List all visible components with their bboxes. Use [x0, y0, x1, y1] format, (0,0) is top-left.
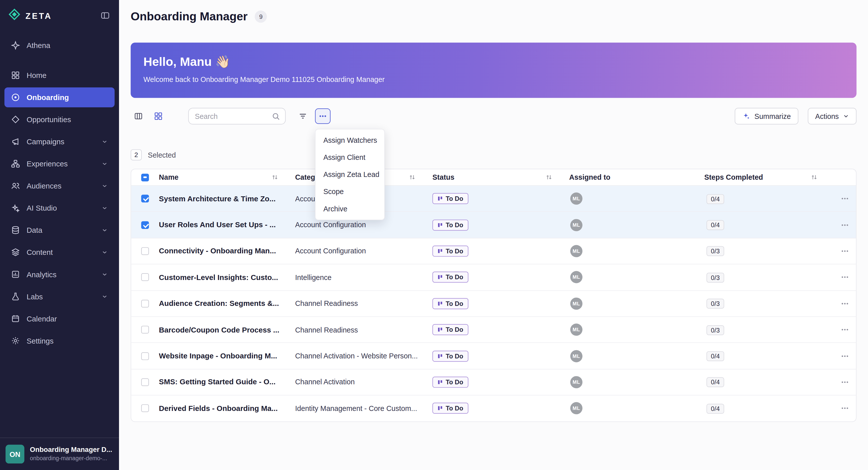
main-content: Onboarding Manager 9 Hello, Manu 👋🏻 Welc… — [119, 0, 868, 470]
sidebar-item-onboarding[interactable]: Onboarding — [4, 88, 115, 107]
sidebar-item-analytics[interactable]: Analytics — [4, 264, 115, 284]
sort-icon[interactable] — [811, 174, 818, 181]
sort-icon[interactable] — [271, 174, 279, 181]
home-icon — [11, 71, 20, 80]
sidebar-item-home[interactable]: Home — [4, 65, 115, 85]
table-row[interactable]: Website Inpage - Onboarding M... Channel… — [131, 343, 856, 369]
filter-button[interactable] — [295, 108, 311, 124]
row-checkbox[interactable] — [141, 352, 149, 360]
table-row[interactable]: Connectivity - Onboarding Man... Account… — [131, 238, 856, 264]
table-row[interactable]: Barcode/Coupon Code Process ... Channel … — [131, 317, 856, 343]
steps-completed-pill: 0/4 — [707, 377, 724, 388]
selected-count: 2 — [131, 149, 142, 160]
menu-item-scope[interactable]: Scope — [315, 183, 384, 200]
menu-item-assign-watchers[interactable]: Assign Watchers — [315, 132, 384, 149]
table-row[interactable]: Audience Creation: Segments &... Channel… — [131, 291, 856, 317]
sidebar: ZETA Athena Home Onboarding Opportunitie… — [0, 0, 119, 470]
kanban-icon — [437, 248, 443, 254]
row-checkbox[interactable] — [141, 378, 149, 386]
sidebar-item-calendar[interactable]: Calendar — [4, 309, 115, 329]
assignee-avatar: ML — [570, 193, 583, 205]
table-row[interactable]: SMS: Getting Started Guide - O... Channe… — [131, 369, 856, 395]
search-box — [188, 108, 285, 125]
sidebar-item-label: Athena — [27, 41, 50, 49]
sidebar-collapse-button[interactable] — [100, 10, 111, 21]
account-name: Onboarding Manager D... — [30, 446, 112, 455]
row-menu-button[interactable] — [834, 324, 856, 336]
sort-icon[interactable] — [546, 174, 553, 181]
sidebar-item-ai-studio[interactable]: AI Studio — [4, 198, 115, 218]
sidebar-nav: Home Onboarding Opportunities Campaigns … — [0, 64, 119, 351]
row-checkbox[interactable] — [141, 247, 149, 255]
logo-row: ZETA — [0, 0, 119, 31]
task-name: Customer-Level Insights: Custo... — [159, 273, 295, 281]
sidebar-item-data[interactable]: Data — [4, 220, 115, 240]
status-badge: To Do — [433, 403, 468, 414]
sidebar-item-athena[interactable]: Athena — [4, 35, 115, 55]
sidebar-item-label: Home — [27, 71, 46, 79]
row-checkbox[interactable] — [141, 273, 149, 281]
row-menu-button[interactable] — [834, 271, 856, 283]
row-checkbox[interactable] — [141, 300, 149, 307]
sitemap-icon — [11, 159, 20, 168]
steps-completed-pill: 0/3 — [707, 325, 724, 335]
row-menu-button[interactable] — [834, 297, 856, 309]
account-switcher[interactable]: ON Onboarding Manager D... onboarding-ma… — [0, 438, 119, 470]
table-row[interactable]: Customer-Level Insights: Custo... Intell… — [131, 264, 856, 291]
summarize-button[interactable]: Summarize — [735, 108, 799, 125]
sidebar-item-opportunities[interactable]: Opportunities — [4, 109, 115, 129]
sidebar-item-settings[interactable]: Settings — [4, 331, 115, 350]
card-view-button[interactable] — [151, 108, 166, 124]
bulk-actions-button[interactable] — [315, 108, 331, 124]
banner-message: Welcome back to Onboarding Manager Demo … — [144, 75, 844, 83]
assignee-avatar: ML — [570, 297, 583, 309]
table-row[interactable]: User Roles And User Set Ups - ... Accoun… — [131, 212, 856, 238]
sort-icon[interactable] — [409, 174, 416, 181]
steps-completed-pill: 0/4 — [707, 351, 724, 361]
task-category: Intelligence — [295, 273, 433, 281]
record-count-badge: 9 — [255, 10, 267, 23]
search-input[interactable] — [194, 111, 268, 121]
view-toggle — [131, 108, 166, 124]
sparkle-icon — [742, 112, 750, 120]
actions-button[interactable]: Actions — [808, 108, 857, 125]
assignee-avatar: ML — [570, 219, 583, 231]
row-menu-button[interactable] — [834, 245, 856, 257]
steps-completed-pill: 0/4 — [707, 220, 724, 230]
sidebar-item-experiences[interactable]: Experiences — [4, 154, 115, 174]
row-checkbox[interactable] — [141, 326, 149, 334]
summarize-label: Summarize — [754, 112, 791, 121]
sidebar-item-campaigns[interactable]: Campaigns — [4, 132, 115, 152]
kanban-icon — [437, 406, 443, 411]
menu-item-archive[interactable]: Archive — [315, 200, 384, 217]
table-row[interactable]: Derived Fields - Onboarding Ma... Identi… — [131, 396, 856, 421]
actions-label: Actions — [815, 112, 839, 121]
steps-completed-pill: 0/4 — [707, 194, 724, 204]
row-checkbox[interactable] — [141, 195, 149, 203]
diamond-icon — [11, 115, 20, 124]
zeta-logo-icon — [8, 8, 20, 23]
sidebar-item-labs[interactable]: Labs — [4, 287, 115, 306]
row-menu-button[interactable] — [834, 350, 856, 362]
sidebar-item-audiences[interactable]: Audiences — [4, 176, 115, 196]
row-checkbox[interactable] — [141, 221, 149, 229]
menu-item-assign-client[interactable]: Assign Client — [315, 149, 384, 166]
row-menu-button[interactable] — [834, 376, 856, 388]
banner-greeting: Hello, Manu 👋🏻 — [144, 55, 844, 69]
screen: ZETA Athena Home Onboarding Opportunitie… — [0, 0, 868, 470]
sidebar-item-label: Opportunities — [27, 115, 71, 124]
row-menu-button[interactable] — [834, 402, 856, 414]
sidebar-item-content[interactable]: Content — [4, 242, 115, 262]
gear-icon — [11, 336, 20, 345]
steps-completed-pill: 0/3 — [707, 246, 724, 256]
chevron-down-icon — [101, 227, 108, 233]
row-checkbox[interactable] — [141, 404, 149, 412]
table-header-row: Name Category Status Assigned to Steps C… — [131, 169, 856, 186]
menu-item-assign-zeta-lead[interactable]: Assign Zeta Lead — [315, 166, 384, 183]
column-header-name: Name — [159, 173, 179, 181]
row-menu-button[interactable] — [834, 193, 856, 205]
row-menu-button[interactable] — [834, 219, 856, 231]
table-view-button[interactable] — [131, 108, 146, 124]
table-row[interactable]: System Architecture & Time Zo... Account… — [131, 186, 856, 212]
select-all-checkbox[interactable] — [141, 173, 149, 181]
